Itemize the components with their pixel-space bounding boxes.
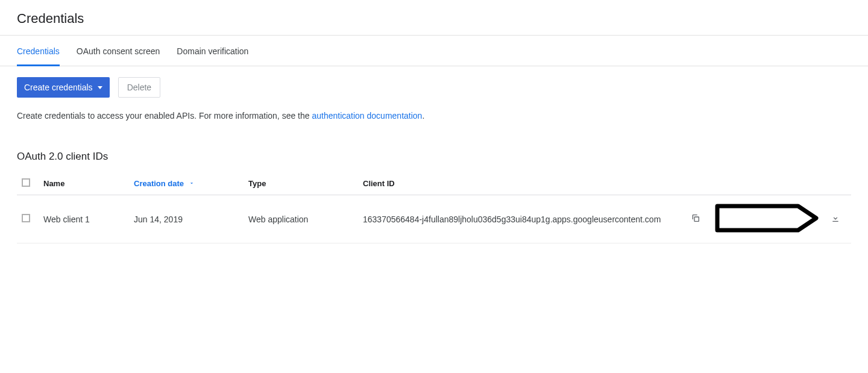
chevron-down-icon (98, 86, 102, 89)
row-checkbox-cell (17, 195, 39, 243)
cell-copy (682, 195, 709, 243)
tabs-bar: Credentials OAuth consent screen Domain … (0, 36, 868, 66)
oauth-clients-table: Name Creation date Type Client ID (17, 172, 851, 243)
select-all-checkbox[interactable] (22, 178, 30, 187)
row-checkbox[interactable] (22, 214, 30, 222)
svg-rect-0 (694, 217, 699, 221)
create-credentials-button[interactable]: Create credentials (17, 77, 110, 98)
table-header-row: Name Creation date Type Client ID (17, 172, 851, 195)
header-actions-copy (682, 172, 709, 195)
header-creation-date-label: Creation date (134, 179, 184, 188)
cell-type: Web application (244, 195, 358, 243)
copy-icon[interactable] (691, 213, 700, 223)
delete-button[interactable]: Delete (118, 77, 160, 98)
page-title: Credentials (17, 11, 851, 27)
download-icon[interactable] (831, 213, 840, 223)
tab-oauth-consent-screen[interactable]: OAuth consent screen (77, 36, 160, 66)
help-text-before: Create credentials to access your enable… (17, 111, 312, 121)
header-checkbox-cell (17, 172, 39, 195)
page-header: Credentials (0, 0, 868, 36)
cell-creation-date: Jun 14, 2019 (129, 195, 244, 243)
cell-name[interactable]: Web client 1 (39, 195, 129, 243)
header-client-id[interactable]: Client ID (358, 172, 682, 195)
help-text-after: . (422, 111, 424, 121)
cell-client-id: 163370566484-j4fullan89ljholu036d5g33ui8… (358, 195, 682, 243)
cell-label-annotation (709, 195, 825, 243)
header-creation-date[interactable]: Creation date (129, 172, 244, 195)
create-credentials-label: Create credentials (24, 83, 93, 92)
actions-bar: Create credentials Delete (17, 77, 851, 98)
header-type[interactable]: Type (244, 172, 358, 195)
help-text: Create credentials to access your enable… (17, 111, 851, 121)
section-title: OAuth 2.0 client IDs (17, 151, 851, 163)
tab-domain-verification[interactable]: Domain verification (177, 36, 248, 66)
header-actions-label (709, 172, 825, 195)
tab-credentials[interactable]: Credentials (17, 36, 60, 66)
content-area: Create credentials Delete Create credent… (0, 66, 868, 254)
sort-descending-icon (189, 179, 195, 188)
header-actions-download (825, 172, 851, 195)
header-name[interactable]: Name (39, 172, 129, 195)
cell-download (825, 195, 851, 243)
table-row[interactable]: Web client 1 Jun 14, 2019 Web applicatio… (17, 195, 851, 243)
authentication-documentation-link[interactable]: authentication documentation (312, 111, 422, 121)
label-tag-icon (714, 202, 820, 234)
